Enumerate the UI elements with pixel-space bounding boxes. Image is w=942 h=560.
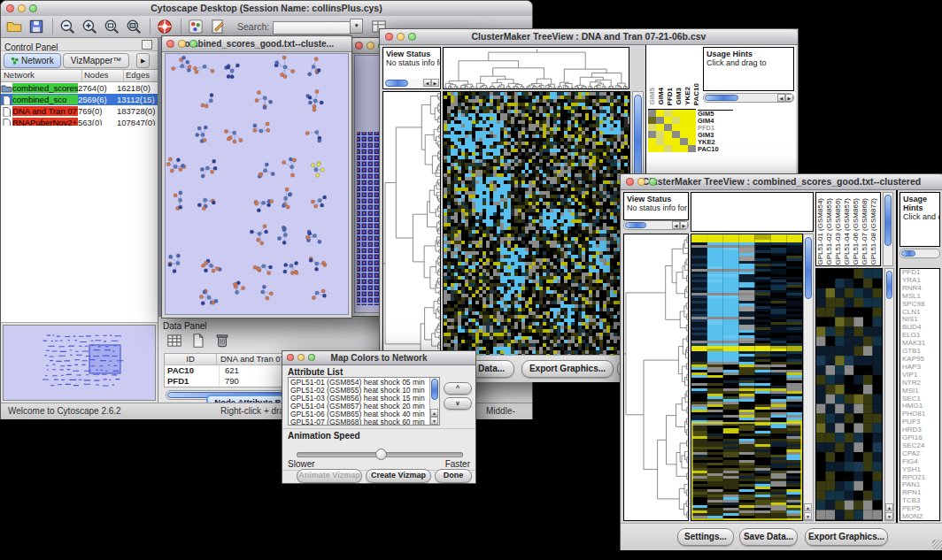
zoom-out-icon[interactable] [58,18,78,36]
open-file-icon[interactable] [5,18,25,36]
tv1-view-status: View Status No status info for ◀▶ [382,47,441,89]
tv2-zoom-vscroll[interactable]: ▲▼ [884,268,894,521]
tv2-button-bar: Settings... Save Data... Export Graphics… [621,523,942,550]
attribute-list-vscroll[interactable]: ▲▼ [429,378,439,425]
move-down-button[interactable]: v [444,397,472,410]
tv1-col-label[interactable]: PFD1 [666,88,675,105]
tv2-col-label[interactable]: GPL51-08 (GSM872) [869,198,878,265]
network-type-icon [1,106,12,116]
close-icon[interactable] [166,40,174,48]
minimize-icon[interactable] [18,4,26,12]
tv1-col-label[interactable]: PAC10 [692,83,701,105]
animate-vizmap-button[interactable]: Animate Vizmap [297,469,362,483]
minimize-icon[interactable] [178,40,186,48]
tv2-global-heatmap[interactable] [691,234,803,521]
zoom-window-icon[interactable] [308,354,315,361]
tv2-col-labels-vscroll[interactable] [883,192,893,266]
window-title: Cytoscape Desktop (Session Name: collins… [151,3,382,13]
zoom-in-icon[interactable] [81,18,100,36]
network-list-row[interactable]: combined_sco 2569(6) 13112(15) [1,94,158,105]
annotation-icon[interactable] [209,18,228,36]
tv2-hints-hscroll[interactable] [900,249,940,258]
attribute-listbox: GPL51-01 (GSM854) heat shock 05 minGPL51… [288,377,440,426]
settings-button[interactable]: Settings... [677,528,734,546]
zoom-window-icon[interactable] [408,33,416,41]
tv2-col-label[interactable]: GPL51-07 (GSM868) [861,198,869,265]
network-list-row[interactable]: DNA and Tran 07 769(0) 183728(0) [1,105,158,117]
done-button[interactable]: Done [435,469,472,483]
minimize-icon[interactable] [397,33,405,41]
tv2-row-dendrogram[interactable] [623,234,689,521]
network-overview[interactable] [3,325,156,401]
col-header-id[interactable]: ID [165,354,217,364]
tv1-row-label[interactable]: PAC10 [698,146,733,153]
network-canvas[interactable] [165,53,349,315]
gene-label[interactable]: MON2 [900,513,939,521]
minimize-icon[interactable] [637,178,645,186]
tab-overflow-arrow[interactable]: ▶ [136,53,150,68]
desktop: Cytoscape Desktop (Session Name: collins… [0,0,942,560]
tv1-global-heatmap[interactable] [443,91,630,380]
save-data-button[interactable]: Save Data... [739,528,798,546]
treeview2-title-bar[interactable]: ClusterMaker TreeView : combined_scores_… [621,174,942,190]
zoom-fit-icon[interactable] [125,18,144,36]
create-vizmap-button[interactable]: Create Vizmap [366,469,431,483]
attribute-item[interactable]: GPL51-07 (GSM868) heat shock 60 min [289,418,429,426]
float-panel-icon[interactable] [142,40,152,50]
close-icon[interactable] [355,42,363,50]
tv2-vscroll[interactable]: ▲▼ [803,234,814,521]
tv1-column-dendrogram[interactable] [443,47,629,89]
network-list-empty-area [1,126,158,323]
tv2-status-hscroll[interactable]: ◀▶ [623,220,689,230]
tv1-col-label[interactable]: GIM3 [675,88,683,105]
tv2-zoom-heatmap[interactable] [815,268,883,521]
tv2-column-area [691,192,814,232]
search-input[interactable] [273,21,351,35]
toolbar-separator [52,19,53,35]
tv1-zoom-heatmap[interactable] [648,109,696,152]
zoom-window-icon[interactable] [649,178,657,186]
close-icon[interactable] [626,178,634,186]
save-icon[interactable] [27,18,47,36]
network-title-bar[interactable]: combined_scores_good.txt--cluste... [162,36,351,52]
minimize-icon[interactable] [297,354,305,361]
animation-speed-slider[interactable] [297,452,463,457]
tv1-row-dendrogram[interactable] [382,91,441,380]
network-list-row[interactable]: combined_scores 2764(0) 16218(0) [1,82,158,94]
tv2-col-label[interactable]: GPL51-01 (GSM854) [816,198,825,265]
help-icon[interactable] [156,18,175,36]
tv1-col-label[interactable]: GIM4 [657,88,666,105]
tab-vizmapper[interactable]: VizMapper™ [63,53,130,68]
close-icon[interactable] [6,4,14,12]
tv1-hints-hscroll[interactable]: ◀▶ [703,93,794,103]
animation-speed-label: Animation Speed [288,431,360,441]
main-title-bar[interactable]: Cytoscape Desktop (Session Name: collins… [1,1,532,17]
move-up-button[interactable]: ^ [444,382,472,395]
close-icon[interactable] [385,33,393,41]
dialog-title-bar[interactable]: Map Colors to Network [282,351,475,365]
tv2-col-label[interactable]: GPL51-03 (GSM856) [834,198,843,265]
export-graphics-button[interactable]: Export Graphics... [805,528,888,546]
zoom-window-icon[interactable] [29,4,37,12]
tv2-col-label[interactable]: GPL51-02 (GSM855) [825,198,834,265]
resize-grip[interactable] [932,540,942,549]
tab-network[interactable]: Network [4,53,61,68]
minimize-icon[interactable] [367,42,374,50]
attribute-grid-icon[interactable] [166,332,185,350]
zoom-selected-icon[interactable] [103,18,122,36]
tv1-col-label[interactable]: YKE2 [683,87,692,105]
tv2-col-label[interactable]: GPL51-06 (GSM865) [852,198,861,265]
zoom-window-icon[interactable] [189,40,197,48]
trash-icon[interactable] [213,332,233,350]
vizmapper-icon[interactable] [187,18,206,36]
tv1-status-hscroll[interactable]: ◀▶ [384,79,439,88]
search-dropdown-icon[interactable]: ▼ [350,19,363,34]
tv2-col-label[interactable]: GPL51-04 (GSM857) [843,198,852,265]
slider-thumb[interactable] [375,449,387,460]
export-graphics-button[interactable]: Export Graphics... [521,360,614,378]
new-doc-icon[interactable] [189,332,209,350]
treeview1-title-bar[interactable]: ClusterMaker TreeView : DNA and Tran 07-… [380,29,798,45]
close-icon[interactable] [287,354,294,361]
treeview2-window: ClusterMaker TreeView : combined_scores_… [620,173,942,550]
tv1-col-label[interactable]: GIM5 [648,88,657,105]
